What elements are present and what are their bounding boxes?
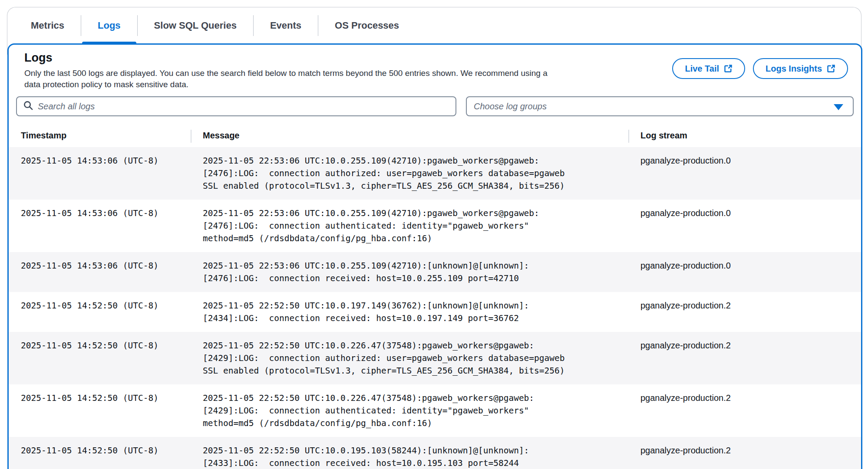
logs-panel: Logs Only the last 500 logs are displaye… [7, 43, 862, 469]
chevron-down-icon [834, 104, 843, 110]
logs-insights-button[interactable]: Logs Insights [753, 58, 848, 79]
tab-os-processes[interactable]: OS Processes [318, 7, 416, 43]
log-groups-select[interactable]: Choose log groups [466, 96, 854, 116]
table-row: 2025-11-05 14:52:50 (UTC-8) 2025-11-05 2… [9, 437, 861, 469]
logs-table-header: Timestamp Message Log stream [9, 125, 861, 147]
cell-log-stream: pganalyze-production.2 [628, 292, 861, 332]
cell-timestamp: 2025-11-05 14:53:06 (UTC-8) [9, 252, 191, 292]
table-row: 2025-11-05 14:53:06 (UTC-8) 2025-11-05 2… [9, 147, 861, 200]
cell-timestamp: 2025-11-05 14:52:50 (UTC-8) [9, 437, 191, 469]
live-tail-button[interactable]: Live Tail [672, 58, 745, 79]
logs-insights-button-label: Logs Insights [766, 64, 822, 74]
column-header-message: Message [191, 125, 628, 147]
cell-message: 2025-11-05 22:53:06 UTC:10.0.255.109(427… [191, 252, 628, 292]
tab-slow-sql-queries-label: Slow SQL Queries [154, 20, 237, 31]
log-groups-placeholder: Choose log groups [474, 102, 547, 112]
filters-row: Choose log groups [16, 96, 854, 116]
column-header-log-stream: Log stream [628, 125, 861, 147]
cell-message: 2025-11-05 22:53:06 UTC:10.0.255.109(427… [191, 200, 628, 252]
cell-log-stream: pganalyze-production.2 [628, 437, 861, 469]
logs-table-body: 2025-11-05 14:53:06 (UTC-8) 2025-11-05 2… [9, 147, 861, 469]
column-header-timestamp: Timestamp [9, 125, 191, 147]
cell-log-stream: pganalyze-production.0 [628, 200, 861, 252]
cell-log-stream: pganalyze-production.0 [628, 252, 861, 292]
tab-events-label: Events [270, 20, 301, 31]
logs-panel-header: Logs Only the last 500 logs are displaye… [9, 50, 861, 90]
cell-timestamp: 2025-11-05 14:53:06 (UTC-8) [9, 147, 191, 200]
tab-slow-sql-queries[interactable]: Slow SQL Queries [138, 7, 253, 43]
tab-logs-label: Logs [98, 20, 121, 31]
live-tail-button-label: Live Tail [685, 64, 719, 74]
table-row: 2025-11-05 14:53:06 (UTC-8) 2025-11-05 2… [9, 252, 861, 292]
cell-message: 2025-11-05 22:52:50 UTC:10.0.226.47(3754… [191, 332, 628, 384]
tab-metrics[interactable]: Metrics [14, 7, 81, 43]
cell-timestamp: 2025-11-05 14:52:50 (UTC-8) [9, 332, 191, 384]
cell-timestamp: 2025-11-05 14:52:50 (UTC-8) [9, 384, 191, 437]
tab-metrics-label: Metrics [31, 20, 64, 31]
table-row: 2025-11-05 14:52:50 (UTC-8) 2025-11-05 2… [9, 292, 861, 332]
tab-os-processes-label: OS Processes [335, 20, 399, 31]
panel-actions: Live Tail Logs Insights [672, 58, 848, 79]
cell-timestamp: 2025-11-05 14:52:50 (UTC-8) [9, 292, 191, 332]
cell-timestamp: 2025-11-05 14:53:06 (UTC-8) [9, 200, 191, 252]
table-row: 2025-11-05 14:52:50 (UTC-8) 2025-11-05 2… [9, 332, 861, 384]
tab-logs[interactable]: Logs [81, 7, 137, 43]
cell-log-stream: pganalyze-production.2 [628, 332, 861, 384]
cell-message: 2025-11-05 22:52:50 UTC:10.0.226.47(3754… [191, 384, 628, 437]
search-box[interactable] [16, 96, 456, 116]
search-icon [17, 100, 38, 112]
table-row: 2025-11-05 14:53:06 (UTC-8) 2025-11-05 2… [9, 200, 861, 252]
cell-message: 2025-11-05 22:52:50 UTC:10.0.195.103(582… [191, 437, 628, 469]
table-row: 2025-11-05 14:52:50 (UTC-8) 2025-11-05 2… [9, 384, 861, 437]
search-input[interactable] [38, 97, 455, 115]
logs-table: Timestamp Message Log stream 2025-11-05 … [9, 125, 861, 469]
tab-events[interactable]: Events [254, 7, 318, 43]
cell-log-stream: pganalyze-production.2 [628, 384, 861, 437]
external-link-icon [724, 64, 733, 73]
external-link-icon [827, 64, 835, 73]
cell-log-stream: pganalyze-production.0 [628, 147, 861, 200]
page: Metrics Logs Slow SQL Queries Events OS … [0, 0, 868, 469]
cell-message: 2025-11-05 22:52:50 UTC:10.0.197.149(367… [191, 292, 628, 332]
cell-message: 2025-11-05 22:53:06 UTC:10.0.255.109(427… [191, 147, 628, 200]
tab-bar: Metrics Logs Slow SQL Queries Events OS … [7, 7, 416, 43]
